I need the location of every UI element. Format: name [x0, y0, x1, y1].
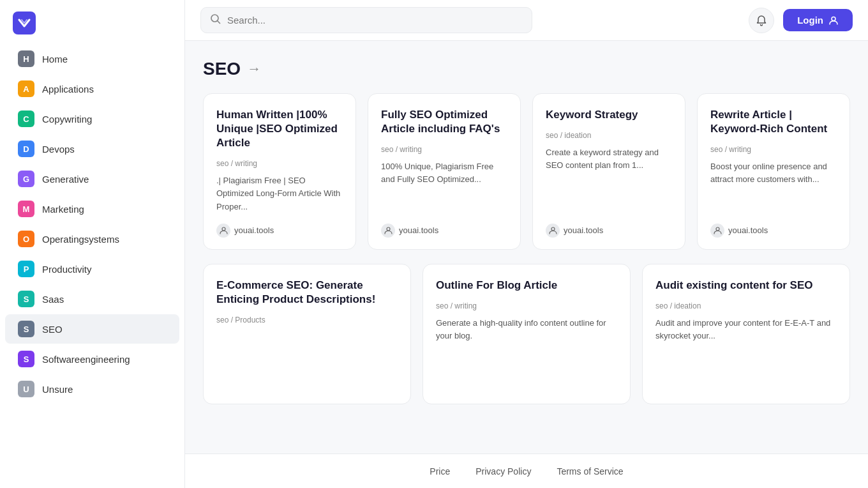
nav-label-devops: Devops [42, 144, 75, 155]
card-footer-r1-1: youai.tools [381, 224, 507, 238]
login-button[interactable]: Login [783, 9, 853, 31]
nav-badge-copywriting: C [18, 111, 34, 127]
topbar-right: Login [749, 8, 853, 33]
nav-label-seo: SEO [42, 324, 63, 335]
logo-icon [13, 11, 36, 34]
card-tag-r1-2: seo / ideation [546, 131, 672, 140]
sidebar-item-saas[interactable]: S Saas [5, 284, 179, 314]
nav-label-marketing: Marketing [42, 204, 84, 215]
card-desc-r2-0 [216, 331, 398, 392]
cards-row-2: E-Commerce SEO: Generate Enticing Produc… [203, 264, 850, 404]
avatar-r1-0 [216, 224, 230, 238]
card-title-r2-0: E-Commerce SEO: Generate Enticing Produc… [216, 278, 398, 307]
nav-badge-marketing: M [18, 201, 34, 217]
card-desc-r2-1: Generate a high-quality info content out… [436, 317, 617, 392]
sidebar-item-seo[interactable]: S SEO [5, 314, 179, 344]
svg-point-4 [222, 227, 225, 231]
sidebar-item-copywriting[interactable]: C Copywriting [5, 104, 179, 133]
card-author-r1-3: youai.tools [728, 225, 768, 235]
card-desc-r1-0: .| Plagiarism Free | SEO Optimized Long-… [216, 174, 343, 213]
nav-badge-unsure: U [18, 381, 34, 397]
main-panel: Login SEO → Human Written |100% Unique |… [185, 0, 868, 488]
login-label: Login [797, 15, 823, 26]
sidebar-item-generative[interactable]: G Generative [5, 164, 179, 194]
card-item-r1-1[interactable]: Fully SEO Optimized Article including FA… [368, 93, 521, 250]
card-title-r1-1: Fully SEO Optimized Article including FA… [381, 108, 507, 136]
content-area: SEO → Human Written |100% Unique |SEO Op… [185, 41, 868, 454]
card-footer-r1-2: youai.tools [546, 224, 672, 238]
card-footer-r1-0: youai.tools [216, 224, 343, 238]
footer: PricePrivacy PolicyTerms of Service [185, 454, 868, 488]
card-item-r2-0[interactable]: E-Commerce SEO: Generate Enticing Produc… [203, 264, 411, 404]
nav-badge-generative: G [18, 171, 34, 187]
sidebar-item-operatingsystems[interactable]: O Operatingsystems [5, 224, 179, 254]
svg-point-7 [716, 227, 719, 231]
nav-badge-operatingsystems: O [18, 231, 34, 247]
avatar-r1-3 [710, 224, 724, 238]
nav-label-home: Home [42, 54, 68, 65]
svg-line-2 [218, 21, 220, 24]
card-title-r1-2: Keyword Strategy [546, 108, 672, 122]
nav-badge-softwareengineering: S [18, 351, 34, 367]
search-box[interactable] [200, 7, 532, 33]
search-icon [210, 13, 221, 27]
footer-link-terms-of-service[interactable]: Terms of Service [557, 466, 623, 477]
card-item-r2-2[interactable]: Audit existing content for SEO seo / ide… [642, 264, 850, 404]
footer-link-privacy-policy[interactable]: Privacy Policy [475, 466, 531, 477]
logo [0, 0, 184, 43]
svg-point-5 [387, 227, 390, 231]
card-desc-r1-1: 100% Unique, Plagiarism Free and Fully S… [381, 160, 507, 213]
search-input[interactable] [227, 15, 523, 26]
card-tag-r2-0: seo / Products [216, 316, 398, 324]
nav-label-productivity: Productivity [42, 264, 92, 275]
card-item-r2-1[interactable]: Outline For Blog Article seo / writing G… [423, 264, 631, 404]
footer-link-price[interactable]: Price [430, 466, 450, 477]
nav-label-softwareengineering: Softwareengineering [42, 354, 130, 365]
nav-label-copywriting: Copywriting [42, 114, 92, 125]
sidebar-item-applications[interactable]: A Applications [5, 74, 179, 103]
card-tag-r2-2: seo / ideation [655, 301, 837, 310]
section-title-text: SEO [203, 59, 241, 79]
card-tag-r1-1: seo / writing [381, 145, 507, 154]
sidebar-item-home[interactable]: H Home [5, 44, 179, 73]
card-tag-r2-1: seo / writing [436, 301, 617, 310]
sidebar-item-unsure[interactable]: U Unsure [5, 374, 179, 404]
sidebar-item-devops[interactable]: D Devops [5, 134, 179, 164]
sidebar-nav: H Home A Applications C Copywriting D De… [0, 43, 184, 488]
card-title-r1-0: Human Written |100% Unique |SEO Optimize… [216, 108, 343, 150]
avatar-r1-1 [381, 224, 395, 238]
card-item-r1-3[interactable]: Rewrite Article | Keyword-Rich Content s… [697, 93, 850, 250]
card-desc-r2-2: Audit and improve your content for E-E-A… [655, 317, 837, 392]
topbar: Login [185, 0, 868, 41]
card-author-r1-2: youai.tools [564, 225, 603, 235]
card-title-r2-1: Outline For Blog Article [436, 278, 617, 293]
card-tag-r1-0: seo / writing [216, 159, 343, 168]
nav-label-applications: Applications [42, 84, 94, 95]
sidebar-item-marketing[interactable]: M Marketing [5, 194, 179, 224]
nav-badge-applications: A [18, 80, 34, 97]
nav-label-saas: Saas [42, 294, 64, 305]
notification-button[interactable] [749, 8, 774, 33]
sidebar-item-productivity[interactable]: P Productivity [5, 254, 179, 284]
cards-row-1: Human Written |100% Unique |SEO Optimize… [203, 93, 850, 250]
sidebar-item-softwareengineering[interactable]: S Softwareengineering [5, 344, 179, 374]
svg-point-6 [551, 227, 555, 231]
nav-badge-saas: S [18, 291, 34, 307]
nav-badge-seo: S [18, 321, 34, 337]
nav-badge-devops: D [18, 141, 34, 157]
card-author-r1-1: youai.tools [399, 225, 438, 235]
card-desc-r1-3: Boost your online presence and attract m… [710, 160, 837, 213]
nav-badge-productivity: P [18, 261, 34, 277]
card-item-r1-0[interactable]: Human Written |100% Unique |SEO Optimize… [203, 93, 356, 250]
card-item-r1-2[interactable]: Keyword Strategy seo / ideation Create a… [532, 93, 685, 250]
card-author-r1-0: youai.tools [234, 225, 274, 235]
avatar-r1-2 [546, 224, 560, 238]
nav-badge-home: H [18, 50, 34, 67]
nav-label-unsure: Unsure [42, 384, 73, 395]
card-desc-r1-2: Create a keyword strategy and SEO conten… [546, 146, 672, 213]
section-arrow: → [247, 61, 261, 77]
card-title-r1-3: Rewrite Article | Keyword-Rich Content [710, 108, 837, 136]
svg-point-3 [832, 17, 835, 20]
card-footer-r1-3: youai.tools [710, 224, 837, 238]
card-title-r2-2: Audit existing content for SEO [655, 278, 837, 293]
